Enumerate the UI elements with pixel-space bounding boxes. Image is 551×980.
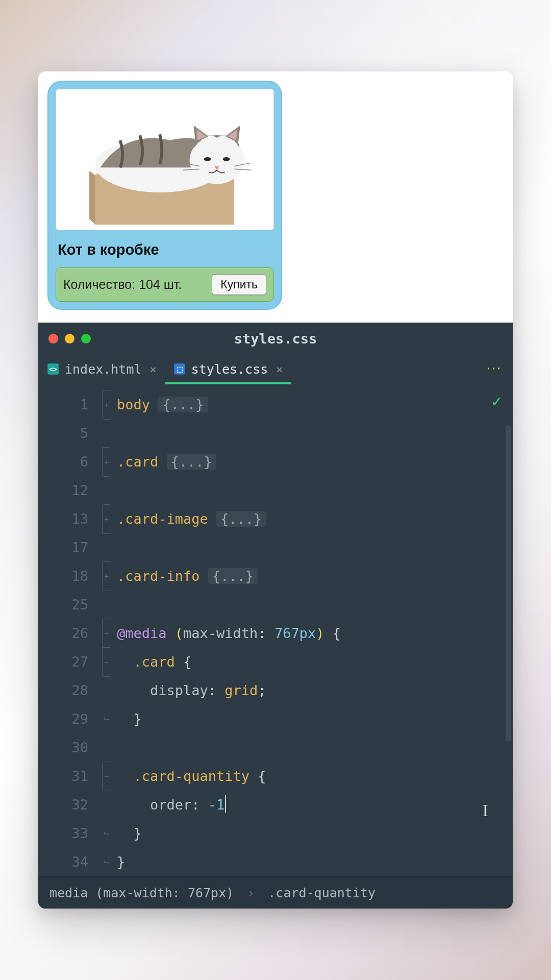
code-editor: styles.css <> index.html × ⬚ styles.css …: [38, 323, 513, 909]
breadcrumb[interactable]: media (max-width: 767px) › .card-quantit…: [38, 876, 513, 909]
tab-overflow-menu-icon[interactable]: ⋮: [486, 361, 503, 377]
line-number-gutter: 1561213171825262728293031323334: [38, 384, 99, 876]
close-tab-icon[interactable]: ×: [150, 363, 157, 376]
quantity-label: Количество: 104 шт.: [63, 277, 182, 292]
tab-label: styles.css: [191, 362, 268, 377]
svg-text:⬚: ⬚: [176, 365, 183, 373]
css-file-icon: ⬚: [173, 362, 186, 376]
tab-index-html[interactable]: <> index.html ×: [38, 354, 165, 384]
close-tab-icon[interactable]: ×: [276, 363, 283, 376]
traffic-lights: [48, 334, 91, 344]
preview-pane: Кот в коробке Количество: 104 шт. Купить: [38, 71, 513, 323]
tab-label: index.html: [65, 362, 142, 377]
code-content[interactable]: body {...}.card {...}.card-image {...}.c…: [114, 384, 513, 876]
chevron-right-icon: ›: [247, 886, 255, 900]
text-cursor-icon: I: [483, 801, 488, 820]
breadcrumb-segment[interactable]: .card-quantity: [268, 886, 375, 900]
inspection-ok-icon[interactable]: ✓: [492, 391, 502, 411]
card-image: [56, 89, 274, 230]
cat-in-box-illustration: [65, 101, 265, 230]
fold-gutter[interactable]: ++++−−⌐−⌐⌐: [99, 384, 114, 876]
buy-button[interactable]: Купить: [212, 274, 266, 295]
html-file-icon: <>: [46, 362, 60, 376]
window-titlebar: styles.css: [38, 323, 513, 354]
app-window: Кот в коробке Количество: 104 шт. Купить…: [38, 71, 513, 909]
card-title: Кот в коробке: [58, 241, 272, 258]
card-info-bar: Количество: 104 шт. Купить: [56, 267, 274, 302]
tab-styles-css[interactable]: ⬚ styles.css ×: [165, 354, 291, 384]
svg-point-9: [204, 157, 211, 161]
code-area[interactable]: 1561213171825262728293031323334 ++++−−⌐−…: [38, 384, 513, 876]
close-window-icon[interactable]: [48, 334, 58, 344]
zoom-window-icon[interactable]: [81, 334, 91, 344]
breadcrumb-segment[interactable]: media (max-width: 767px): [49, 886, 234, 900]
product-card: Кот в коробке Количество: 104 шт. Купить: [47, 81, 282, 310]
scrollbar-thumb[interactable]: [506, 425, 511, 742]
minimize-window-icon[interactable]: [65, 334, 74, 344]
svg-point-4: [190, 136, 244, 184]
tab-bar: <> index.html × ⬚ styles.css × ⋮: [38, 354, 513, 384]
svg-marker-2: [89, 171, 95, 225]
svg-text:<>: <>: [49, 365, 57, 373]
svg-point-10: [223, 157, 230, 161]
window-title: styles.css: [38, 331, 513, 347]
